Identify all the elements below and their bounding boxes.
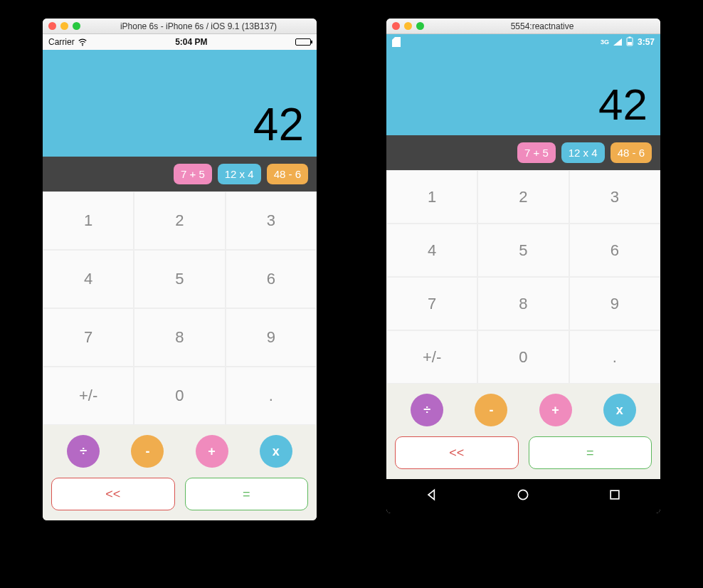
android-emulator-window: 5554:reactnative 3G 3:57 42 7 + 5 12 x 4… — [386, 19, 660, 513]
multiply-button[interactable]: x — [260, 435, 292, 468]
key-1[interactable]: 1 — [43, 191, 134, 250]
history-chip[interactable]: 7 + 5 — [517, 142, 556, 163]
minimize-icon[interactable] — [60, 22, 68, 30]
key-4[interactable]: 4 — [43, 250, 134, 308]
android-nav-bar — [386, 479, 660, 513]
network-label: 3G — [601, 38, 609, 46]
divide-button[interactable]: ÷ — [411, 394, 443, 426]
key-6[interactable]: 6 — [569, 224, 660, 277]
subtract-button[interactable]: - — [131, 435, 164, 468]
key-2[interactable]: 2 — [477, 170, 569, 224]
key-5[interactable]: 5 — [477, 224, 569, 277]
status-time: 5:04 PM — [175, 37, 207, 47]
battery-icon — [626, 36, 633, 48]
key-sign[interactable]: +/- — [43, 367, 134, 425]
subtract-button[interactable]: - — [475, 394, 507, 426]
minimize-icon[interactable] — [404, 22, 412, 30]
add-button[interactable]: + — [539, 394, 572, 426]
key-8[interactable]: 8 — [134, 308, 225, 367]
history-chip[interactable]: 12 x 4 — [561, 142, 605, 163]
signal-icon — [613, 38, 622, 46]
number-pad: 1 2 3 4 5 6 7 8 9 +/- 0 . — [386, 170, 660, 384]
zoom-icon[interactable] — [73, 22, 80, 30]
ios-window-titlebar[interactable]: iPhone 6s - iPhone 6s / iOS 9.1 (13B137) — [43, 19, 317, 34]
divide-button[interactable]: ÷ — [67, 435, 100, 468]
wifi-icon — [78, 37, 88, 47]
key-dot[interactable]: . — [226, 367, 317, 425]
history-bar: 7 + 5 12 x 4 48 - 6 — [43, 157, 317, 191]
calc-display: 42 — [43, 50, 317, 157]
number-pad: 1 2 3 4 5 6 7 8 9 +/- 0 . — [43, 191, 317, 425]
key-7[interactable]: 7 — [386, 277, 477, 330]
close-icon[interactable] — [392, 22, 400, 30]
history-chip[interactable]: 12 x 4 — [218, 164, 261, 184]
key-0[interactable]: 0 — [134, 367, 225, 425]
key-9[interactable]: 9 — [226, 308, 317, 367]
zoom-icon[interactable] — [416, 22, 424, 30]
ios-simulator-window: iPhone 6s - iPhone 6s / iOS 9.1 (13B137)… — [43, 19, 317, 520]
key-8[interactable]: 8 — [477, 277, 569, 330]
ios-window-title: iPhone 6s - iPhone 6s / iOS 9.1 (13B137) — [86, 21, 311, 31]
svg-point-0 — [82, 45, 83, 46]
history-chip[interactable]: 48 - 6 — [610, 142, 652, 163]
equals-button[interactable]: = — [529, 436, 652, 469]
operator-row: ÷ - + x << = — [386, 384, 660, 479]
nav-home-icon[interactable] — [516, 488, 530, 505]
history-chip[interactable]: 7 + 5 — [174, 164, 212, 184]
key-sign[interactable]: +/- — [386, 330, 477, 384]
key-0[interactable]: 0 — [477, 330, 569, 384]
battery-icon — [295, 38, 311, 46]
key-2[interactable]: 2 — [134, 191, 225, 250]
nav-back-icon[interactable] — [425, 488, 439, 505]
android-window-titlebar[interactable]: 5554:reactnative — [386, 19, 660, 34]
key-3[interactable]: 3 — [226, 191, 317, 250]
key-dot[interactable]: . — [569, 330, 660, 384]
key-1[interactable]: 1 — [386, 170, 477, 224]
android-status-bar: 3G 3:57 — [386, 34, 660, 50]
backspace-button[interactable]: << — [395, 436, 519, 469]
svg-rect-3 — [628, 42, 632, 45]
add-button[interactable]: + — [196, 435, 228, 468]
sd-card-icon — [392, 37, 401, 47]
key-3[interactable]: 3 — [569, 170, 660, 224]
close-icon[interactable] — [48, 22, 56, 30]
key-6[interactable]: 6 — [226, 250, 317, 308]
key-4[interactable]: 4 — [386, 224, 477, 277]
svg-rect-5 — [610, 490, 619, 499]
status-time: 3:57 — [638, 37, 655, 47]
android-window-title: 5554:reactnative — [430, 21, 655, 31]
key-9[interactable]: 9 — [569, 277, 660, 330]
equals-button[interactable]: = — [185, 478, 309, 510]
calc-display: 42 — [386, 50, 660, 135]
ios-status-bar: Carrier 5:04 PM — [43, 34, 317, 50]
history-chip[interactable]: 48 - 6 — [267, 164, 308, 184]
nav-recent-icon[interactable] — [608, 488, 622, 505]
svg-point-4 — [519, 490, 528, 499]
history-bar: 7 + 5 12 x 4 48 - 6 — [386, 135, 660, 170]
svg-rect-2 — [628, 36, 630, 38]
carrier-label: Carrier — [48, 37, 75, 47]
key-5[interactable]: 5 — [134, 250, 225, 308]
backspace-button[interactable]: << — [51, 478, 175, 510]
key-7[interactable]: 7 — [43, 308, 134, 367]
operator-row: ÷ - + x << = — [43, 425, 317, 520]
multiply-button[interactable]: x — [603, 394, 636, 426]
